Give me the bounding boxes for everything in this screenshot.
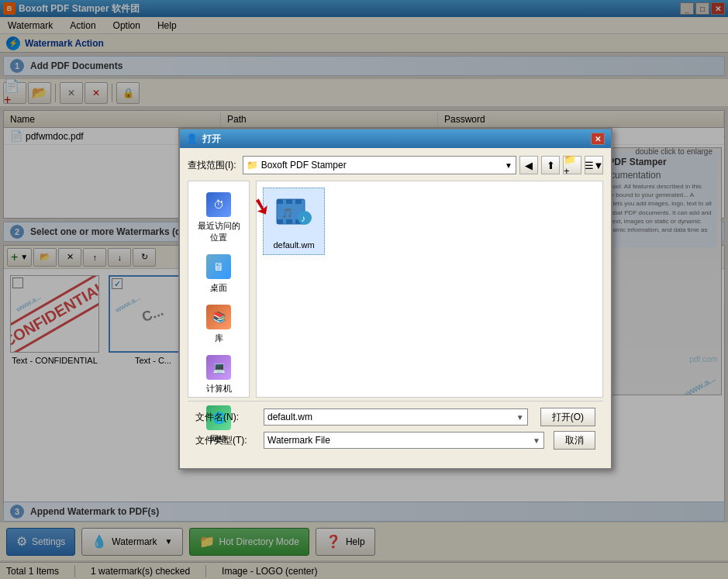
- dialog-body: 查找范围(I): 📁 Boxoft PDF Stamper ▼ ◀ ⬆ 📁+ ☰…: [180, 148, 611, 468]
- svg-rect-3: [295, 199, 302, 204]
- addr-new-folder-button[interactable]: 📁+: [563, 156, 581, 174]
- filetype-value: Watermark File: [267, 435, 330, 446]
- filename-value: default.wm: [267, 412, 312, 422]
- shortcut-recent[interactable]: ⏱ 最近访问的位置: [191, 188, 246, 246]
- address-label: 查找范围(I):: [188, 159, 236, 172]
- address-folder-icon: 📁: [247, 160, 258, 171]
- dialog-title-icon: 👤: [186, 133, 198, 144]
- library-label: 库: [215, 333, 223, 344]
- file-icon: 🎵 ♪: [275, 193, 312, 237]
- svg-text:♪: ♪: [301, 213, 305, 224]
- desktop-label: 桌面: [210, 282, 227, 294]
- dialog-cancel-button[interactable]: 取消: [554, 431, 595, 450]
- address-combo[interactable]: 📁 Boxoft PDF Stamper ▼: [243, 156, 516, 174]
- dialog-title-bar: 👤 打开 ✕: [180, 129, 611, 148]
- dialog-main-area[interactable]: 🎵 ♪ default.wm: [256, 181, 603, 398]
- svg-rect-1: [277, 199, 283, 204]
- shortcut-desktop[interactable]: 🖥 桌面: [191, 250, 246, 297]
- filetype-label: 文件类型(T):: [195, 434, 257, 447]
- dialog-bottom: 文件名(N): default.wm ▼ 打开(O) 文件类型(T): Wate…: [188, 401, 603, 460]
- filename-input[interactable]: default.wm ▼: [264, 408, 528, 426]
- filename-field: 文件名(N): default.wm ▼ 打开(O): [195, 408, 595, 426]
- addr-back-button[interactable]: ◀: [519, 156, 538, 174]
- addr-view-button[interactable]: ☰▼: [585, 156, 603, 174]
- computer-label: 计算机: [206, 383, 232, 395]
- filetype-field: 文件类型(T): Watermark File ▼ 取消: [195, 431, 595, 450]
- desktop-icon: 🖥: [205, 253, 233, 281]
- filename-dropdown-arrow: ▼: [516, 413, 524, 422]
- library-icon: 📚: [205, 303, 233, 331]
- filetype-dropdown-arrow: ▼: [533, 436, 540, 445]
- addr-up-button[interactable]: ⬆: [541, 156, 560, 174]
- dialog-title-text: 打开: [202, 133, 221, 146]
- shortcut-computer[interactable]: 💻 计算机: [191, 350, 246, 398]
- recent-label: 最近访问的位置: [195, 220, 243, 243]
- shortcut-library[interactable]: 📚 库: [191, 300, 246, 347]
- file-name-label: default.wm: [273, 240, 314, 250]
- recent-icon: ⏱: [205, 191, 233, 219]
- svg-text:🎵: 🎵: [281, 207, 293, 219]
- svg-rect-4: [277, 219, 283, 224]
- dialog-address-bar: 查找范围(I): 📁 Boxoft PDF Stamper ▼ ◀ ⬆ 📁+ ☰…: [188, 156, 603, 174]
- dialog-sidebar: ⏱ 最近访问的位置 🖥 桌面 📚 库: [188, 181, 250, 398]
- computer-icon: 💻: [205, 353, 233, 381]
- address-combo-arrow: ▼: [505, 161, 512, 170]
- svg-rect-2: [286, 199, 292, 204]
- dialog-close-button[interactable]: ✕: [591, 133, 605, 145]
- dialog-open-button[interactable]: 打开(O): [540, 408, 595, 426]
- address-path-text: Boxoft PDF Stamper: [261, 160, 347, 171]
- filetype-select[interactable]: Watermark File ▼: [264, 432, 544, 449]
- filename-label: 文件名(N):: [195, 411, 257, 424]
- svg-rect-5: [286, 219, 292, 224]
- dialog-overlay: ➘ 👤 打开 ✕ 查找范围(I): 📁 Boxoft PDF Stamper ▼…: [0, 0, 728, 579]
- open-file-dialog: 👤 打开 ✕ 查找范围(I): 📁 Boxoft PDF Stamper ▼ ◀…: [178, 128, 612, 470]
